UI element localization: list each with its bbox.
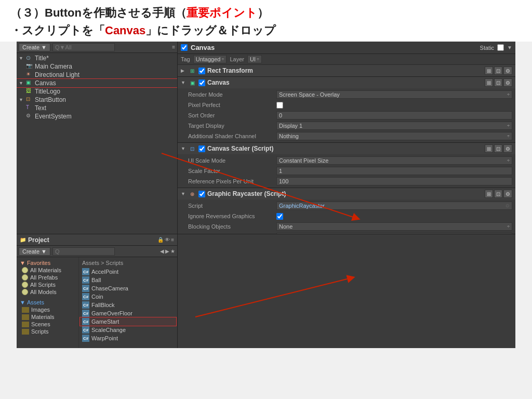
hier-label-main-camera: Main Camera: [35, 63, 72, 70]
graphic-raycaster-btn-2[interactable]: ⊡: [494, 190, 502, 198]
static-checkbox[interactable]: [497, 44, 504, 51]
asset-item-images[interactable]: Images: [18, 306, 77, 313]
project-search-input[interactable]: [52, 247, 115, 256]
canvas-scaler-btn-2[interactable]: ⊡: [494, 144, 502, 153]
canvas-comp-body: Render Mode Screen Space - Overlay ÷ Pix…: [178, 88, 515, 142]
script-item-chasecamera[interactable]: C# ChaseCamera: [80, 284, 176, 292]
canvas-scaler-header[interactable]: ▼ ⊡ Canvas Scaler (Script) ⊞ ⊡ ⚙: [178, 143, 515, 154]
script-item-ball[interactable]: C# Ball: [80, 276, 176, 284]
project-create-button[interactable]: Create ▼: [19, 247, 50, 256]
canvas-component-section: ▼ ▣ Canvas ⊞ ⊡ ⚙ Render Mode Screen Spac…: [178, 77, 515, 143]
blocking-objects-label: Blocking Objects: [188, 223, 276, 230]
project-header-icons: 🔒 👁 ≡: [157, 237, 174, 243]
asset-item-scripts[interactable]: Scripts: [18, 328, 77, 335]
canvas-comp-btn-2[interactable]: ⊡: [494, 78, 502, 87]
script-item-warppoint[interactable]: C# WarpPoint: [80, 334, 176, 342]
script-item-scalechange[interactable]: C# ScaleChange: [80, 326, 176, 334]
script-item-accelpoint[interactable]: C# AccelPoint: [80, 268, 176, 276]
rect-transform-btn-2[interactable]: ⊡: [494, 66, 502, 75]
hierarchy-item-text[interactable]: T Text: [17, 104, 177, 112]
project-star-icon[interactable]: ★: [170, 248, 175, 254]
additional-shader-dropdown[interactable]: Nothing ÷: [276, 132, 512, 140]
fav-item-all-scripts[interactable]: All Scripts: [18, 281, 77, 288]
inspector-active-checkbox[interactable]: [181, 44, 188, 51]
hierarchy-item-main-camera[interactable]: 📷 Main Camera: [17, 62, 177, 71]
fav-label-all-prefabs: All Prefabs: [30, 274, 58, 281]
favorites-panel: ▼ Favorites All Materials All Prefabs Al…: [17, 257, 79, 348]
rect-transform-btn-1[interactable]: ⊞: [485, 66, 493, 75]
rect-transform-btn-3[interactable]: ⚙: [503, 66, 512, 75]
ignore-reversed-checkbox[interactable]: [276, 213, 283, 220]
pixel-perfect-checkbox[interactable]: [276, 102, 283, 109]
asset-item-scenes[interactable]: Scenes: [18, 321, 77, 328]
graphic-raycaster-btn-3[interactable]: ⚙: [503, 190, 512, 198]
sort-order-value[interactable]: 0: [276, 111, 512, 119]
script-item-gamestart[interactable]: C# GameStart: [80, 317, 176, 326]
project-back-icon[interactable]: ◀: [160, 248, 164, 254]
hierarchy-search-input[interactable]: [52, 43, 115, 51]
project-title: Project: [28, 236, 155, 244]
header: （３）Buttonを作動させる手順（重要ポイント） ・スクリプトを「Canvas…: [0, 0, 532, 42]
fav-item-all-prefabs[interactable]: All Prefabs: [18, 274, 77, 281]
canvas-scaler-active[interactable]: [198, 145, 205, 152]
ui-scale-mode-dropdown[interactable]: Constant Pixel Size ÷: [276, 156, 512, 165]
script-value-raycaster[interactable]: GraphicRaycaster ⊙: [276, 202, 512, 210]
canvas-comp-btn-1[interactable]: ⊞: [485, 78, 493, 87]
blocking-mask-dropdown[interactable]: Everything ÷: [276, 233, 512, 234]
hierarchy-panel: Create ▼ ≡ ▼ ⊙ Title* 📷 Main Camera: [17, 42, 178, 234]
project-lock-icon[interactable]: 🔒: [157, 237, 164, 243]
target-display-value: Display 1: [279, 123, 302, 129]
project-menu-icon[interactable]: ≡: [171, 237, 174, 243]
rect-transform-active[interactable]: [198, 68, 205, 74]
rect-transform-title: Rect Transform: [207, 67, 483, 74]
materials-folder-icon: [22, 314, 29, 320]
canvas-comp-btn-3[interactable]: ⚙: [503, 78, 512, 87]
hierarchy-item-title-logo[interactable]: 🖼 TitleLogo: [17, 87, 177, 96]
favorites-title[interactable]: ▼ Favorites: [18, 259, 77, 267]
layer-dropdown[interactable]: UI ÷: [247, 55, 262, 63]
blocking-mask-row: Blocking Mask Everything ÷: [178, 232, 515, 234]
script-item-fallblock[interactable]: C# FallBlock: [80, 301, 176, 309]
hier-label-event-system: EventSystem: [35, 113, 72, 120]
canvas-comp-active[interactable]: [198, 79, 205, 86]
hierarchy-item-title[interactable]: ▼ ⊙ Title*: [17, 54, 177, 62]
all-materials-icon: [22, 267, 28, 273]
canvas-component-header[interactable]: ▼ ▣ Canvas ⊞ ⊡ ⚙: [178, 77, 515, 88]
project-forward-icon[interactable]: ▶: [165, 248, 169, 254]
fav-item-all-models[interactable]: All Models: [18, 288, 77, 296]
all-prefabs-icon: [22, 274, 28, 281]
ref-pixels-value[interactable]: 100: [276, 177, 512, 185]
script-item-gameoverfloor[interactable]: C# GameOverFloor: [80, 309, 176, 317]
canvas-scaler-section: ▼ ⊡ Canvas Scaler (Script) ⊞ ⊡ ⚙ UI Scal…: [178, 143, 515, 188]
static-arrow[interactable]: ▼: [507, 45, 512, 50]
project-eye-icon[interactable]: 👁: [165, 237, 170, 243]
cs-icon-coin: C#: [82, 293, 89, 300]
cs-icon-chasecamera: C#: [82, 285, 89, 292]
ui-scale-mode-value: Constant Pixel Size: [279, 157, 328, 164]
blocking-objects-dropdown[interactable]: None ÷: [276, 222, 512, 231]
render-mode-dropdown[interactable]: Screen Space - Overlay ÷: [276, 90, 512, 99]
script-item-coin[interactable]: C# Coin: [80, 292, 176, 301]
graphic-raycaster-header[interactable]: ▼ ⊛ Graphic Raycaster (Script) ⊞ ⊡ ⚙: [178, 188, 515, 200]
hierarchy-item-event-system[interactable]: ⚙ EventSystem: [17, 112, 177, 121]
rect-transform-header[interactable]: ▶ ⊞ Rect Transform ⊞ ⊡ ⚙: [178, 65, 515, 76]
assets-title[interactable]: ▼ Assets: [18, 299, 77, 306]
tag-dropdown[interactable]: Untagged ÷: [193, 55, 227, 63]
scale-factor-value[interactable]: 1: [276, 167, 512, 175]
all-scripts-icon: [22, 282, 28, 288]
canvas-scaler-btn-3[interactable]: ⚙: [503, 144, 512, 153]
header-line2-suffix: 」にドラッグ＆ドロップ: [145, 24, 276, 37]
graphic-raycaster-active[interactable]: [198, 191, 205, 197]
canvas-scaler-btn-1[interactable]: ⊞: [485, 144, 493, 153]
arrow-spacer-3: [19, 89, 26, 94]
target-display-dropdown[interactable]: Display 1 ÷: [276, 122, 512, 130]
hierarchy-create-button[interactable]: Create ▼: [19, 43, 50, 51]
fav-item-all-materials[interactable]: All Materials: [18, 267, 77, 274]
graphic-raycaster-btn-1[interactable]: ⊞: [485, 190, 493, 198]
hierarchy-item-canvas[interactable]: ▼ ▣ Canvas: [17, 79, 177, 87]
asset-item-materials[interactable]: Materials: [18, 313, 77, 321]
hierarchy-item-directional-light[interactable]: ☀ Directional Light: [17, 71, 177, 79]
hierarchy-icon-btn-1[interactable]: ≡: [172, 44, 175, 50]
hierarchy-item-start-button[interactable]: ▼ ⊡ StartButton: [17, 96, 177, 104]
tag-value-text: Untagged: [196, 56, 221, 62]
